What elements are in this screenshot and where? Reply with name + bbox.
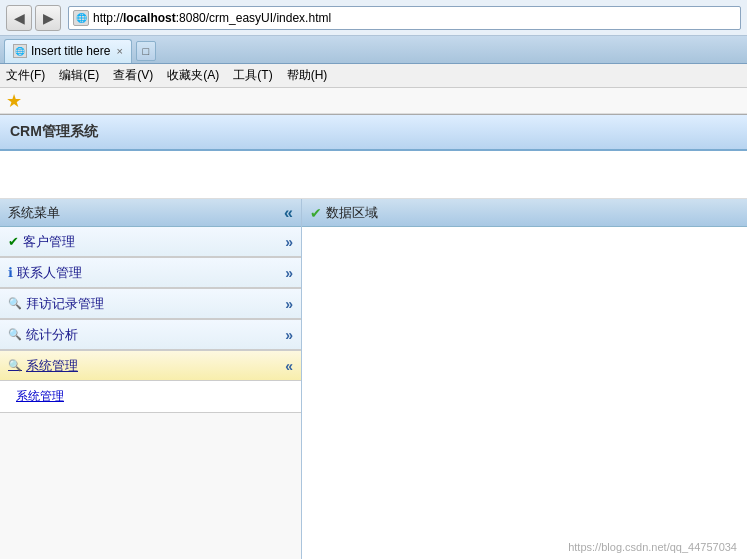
menu-favorites[interactable]: 收藏夹(A) [167,67,219,84]
menu-group-visits: 🔍 拜访记录管理 » [0,289,301,320]
data-panel-check-icon: ✔ [310,205,322,221]
data-panel-header: ✔ 数据区域 [302,199,747,227]
visits-icon: 🔍 [8,297,22,310]
stats-icon: 🔍 [8,328,22,341]
new-tab-icon: □ [142,45,149,57]
data-panel-content [302,227,747,559]
data-panel-title: 数据区域 [326,204,378,222]
tab-close-button[interactable]: × [116,45,122,57]
bookmark-star-icon[interactable]: ★ [6,90,22,112]
tab-favicon: 🌐 [13,44,27,58]
crm-content: 系统菜单 « ✔ 客户管理 » ℹ 联系人管理 [0,199,747,559]
menu-edit[interactable]: 编辑(E) [59,67,99,84]
forward-icon: ▶ [43,10,54,26]
menu-tools[interactable]: 工具(T) [233,67,272,84]
menu-group-stats-title: 🔍 统计分析 [8,326,78,344]
menu-view[interactable]: 查看(V) [113,67,153,84]
menu-group-visits-header[interactable]: 🔍 拜访记录管理 » [0,289,301,319]
sidebar-menu: ✔ 客户管理 » ℹ 联系人管理 » [0,227,301,559]
page-favicon: 🌐 [73,10,89,26]
sysadmin-arrow-icon: « [285,358,293,374]
visits-arrow-icon: » [285,296,293,312]
forward-button[interactable]: ▶ [35,5,61,31]
menu-group-stats: 🔍 统计分析 » [0,320,301,351]
menu-help[interactable]: 帮助(H) [287,67,328,84]
sidebar-collapse-button[interactable]: « [284,204,293,222]
stats-arrow-icon: » [285,327,293,343]
menu-group-stats-header[interactable]: 🔍 统计分析 » [0,320,301,350]
menu-group-customers: ✔ 客户管理 » [0,227,301,258]
address-text: http://localhost:8080/crm_easyUI/index.h… [93,11,331,25]
active-tab[interactable]: 🌐 Insert title here × [4,39,132,63]
menu-group-contacts-header[interactable]: ℹ 联系人管理 » [0,258,301,288]
contacts-icon: ℹ [8,265,13,280]
data-panel: ✔ 数据区域 [302,199,747,559]
sidebar-header: 系统菜单 « [0,199,301,227]
customers-arrow-icon: » [285,234,293,250]
menu-group-sysadmin-header[interactable]: 🔍 系统管理 « [0,351,301,381]
back-button[interactable]: ◀ [6,5,32,31]
bookmark-bar: ★ [0,88,747,114]
menu-group-visits-title: 🔍 拜访记录管理 [8,295,104,313]
sysadmin-icon: 🔍 [8,359,22,372]
menu-group-sysadmin-title: 🔍 系统管理 [8,357,78,375]
menu-file[interactable]: 文件(F) [6,67,45,84]
menu-bar: 文件(F) 编辑(E) 查看(V) 收藏夹(A) 工具(T) 帮助(H) [0,64,747,88]
contacts-arrow-icon: » [285,265,293,281]
address-bar[interactable]: 🌐 http://localhost:8080/crm_easyUI/index… [68,6,741,30]
menu-group-customers-title: ✔ 客户管理 [8,233,75,251]
back-icon: ◀ [14,10,25,26]
menu-group-sysadmin: 🔍 系统管理 « 系统管理 [0,351,301,413]
menu-group-customers-header[interactable]: ✔ 客户管理 » [0,227,301,257]
crm-header: CRM管理系统 [0,115,747,151]
new-tab-button[interactable]: □ [136,41,156,61]
crm-gap-area [0,151,747,199]
tab-bar: 🌐 Insert title here × □ [0,36,747,64]
menu-group-contacts-title: ℹ 联系人管理 [8,264,82,282]
sysadmin-sub-item-0[interactable]: 系统管理 [8,385,301,408]
sysadmin-submenu: 系统管理 [0,381,301,412]
watermark: https://blog.csdn.net/qq_44757034 [568,541,737,553]
sidebar: 系统菜单 « ✔ 客户管理 » ℹ 联系人管理 [0,199,302,559]
sidebar-title: 系统菜单 [8,204,60,222]
customers-icon: ✔ [8,234,19,249]
menu-group-contacts: ℹ 联系人管理 » [0,258,301,289]
crm-title: CRM管理系统 [10,123,98,141]
tab-title: Insert title here [31,44,110,58]
nav-bar: ◀ ▶ 🌐 http://localhost:8080/crm_easyUI/i… [0,0,747,36]
